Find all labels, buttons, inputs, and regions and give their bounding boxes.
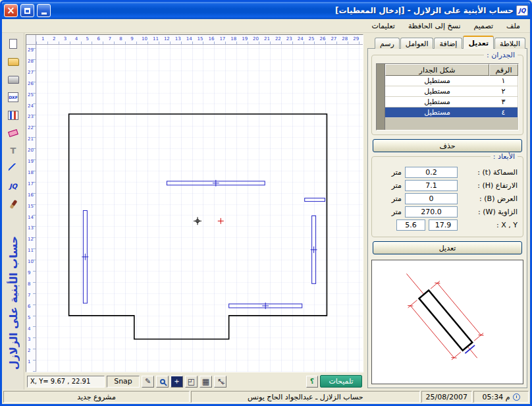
ruler-left-number: 21 xyxy=(28,136,34,142)
wall-preview-drawing xyxy=(372,260,523,384)
close-button[interactable] xyxy=(4,4,18,17)
window-title: حساب الأبنية على الزلازل - [إدخال المعطي… xyxy=(335,6,514,15)
chart-button[interactable] xyxy=(5,107,22,123)
ruler-top-number: 16 xyxy=(209,36,215,42)
ruler-left-number: 18 xyxy=(28,170,34,175)
dimension-label: العرض (B) : xyxy=(461,194,518,203)
open-folder-icon xyxy=(8,58,19,66)
panel-tab[interactable]: إضافة xyxy=(434,38,462,49)
measure-button[interactable] xyxy=(5,160,22,177)
ruler-top-number: 9 xyxy=(130,36,133,42)
walls-grid: الرقم شكل الجدار ١مستطيل٢مستطيل٣مستطيل٤م… xyxy=(376,63,519,130)
restore-button[interactable] xyxy=(20,4,34,17)
pencil-tool-button[interactable] xyxy=(142,376,154,388)
app-banner: حساب الأبنية على الزلازل xyxy=(7,218,20,388)
minimize-button[interactable] xyxy=(37,4,51,17)
panel-tab[interactable]: رسم xyxy=(375,38,400,49)
ruler-left-number: 2 xyxy=(28,348,30,353)
menu-bar: ملفتصميمنسخ إلى الحافظةتعليمات xyxy=(2,19,530,33)
open-folder-button[interactable] xyxy=(5,53,22,70)
tips-button[interactable]: تلميحات xyxy=(320,375,362,388)
dimension-input[interactable]: 0.2 xyxy=(405,167,458,178)
ruler-left-number: 11 xyxy=(28,248,34,253)
wall-row-shape: مستطيل xyxy=(385,97,489,107)
select-tool-button[interactable] xyxy=(214,376,226,388)
print-button[interactable] xyxy=(5,71,22,88)
help-button[interactable]: ؟ xyxy=(306,376,318,388)
canvas-frame: 1234567891011121314151617181920212223242… xyxy=(26,34,363,372)
new-document-button[interactable] xyxy=(5,36,22,52)
ruler-top-number: 23 xyxy=(286,36,292,42)
panel-tab[interactable]: تعديل xyxy=(463,36,494,49)
status-bar: م 05:34 25/08/2007 حساب الزلازل ـ عبدالج… xyxy=(2,390,530,404)
status-time: م 05:34 xyxy=(483,393,510,401)
wall-table-row[interactable]: ١مستطيل xyxy=(385,76,518,86)
ruler-left-number: 28 xyxy=(28,59,34,64)
measure-icon xyxy=(9,163,18,173)
export-dxf-button[interactable]: DXF xyxy=(5,89,22,105)
jq-logo-button[interactable]: JQ xyxy=(5,178,22,194)
ruler-left-number: 3 xyxy=(28,337,30,342)
grid-empty-area xyxy=(385,118,518,130)
ruler-top-number: 4 xyxy=(75,36,78,42)
wall-table-row[interactable]: ٤مستطيل xyxy=(385,107,518,118)
panel-tab[interactable]: البلاطة xyxy=(494,38,525,49)
ruler-top-number: 8 xyxy=(119,36,122,42)
modify-wall-button[interactable]: تعديل xyxy=(373,241,522,254)
ruler-corner xyxy=(26,35,36,45)
magnifier-icon xyxy=(160,379,165,384)
panel-tab[interactable]: العوامل xyxy=(400,38,434,49)
ruler-top-number: 12 xyxy=(164,36,170,42)
menu-item[interactable]: تصميم xyxy=(467,20,499,32)
grid-toggle-button[interactable] xyxy=(200,376,212,388)
snap-toggle[interactable]: Snap xyxy=(107,376,140,388)
ruler-top-number: 2 xyxy=(53,36,55,42)
pan-tool-button[interactable] xyxy=(171,376,183,388)
brush-icon xyxy=(9,199,17,208)
wall-2[interactable] xyxy=(305,198,325,202)
eraser-button[interactable] xyxy=(5,125,22,141)
ruler-left-number: 12 xyxy=(28,237,34,242)
zoom-tool-button[interactable] xyxy=(156,376,169,388)
ruler-top-number: 1 xyxy=(41,36,44,42)
center-of-mass-mark xyxy=(194,217,201,225)
dimension-field-row: السماكة (t) :0.2متر xyxy=(377,167,518,178)
status-date-panel: 25/08/2007 xyxy=(421,391,472,403)
ruler-top-number: 15 xyxy=(198,36,203,42)
ruler-left: 2928272625242322212019181716151413121110… xyxy=(26,45,36,372)
menu-item[interactable]: نسخ إلى الحافظة xyxy=(402,20,467,32)
y-coordinate-input[interactable]: 5.6 xyxy=(396,219,425,231)
wall-row-number: ٤ xyxy=(489,107,518,117)
app-window: JQ حساب الأبنية على الزلازل - [إدخال الم… xyxy=(0,0,532,406)
drawing-canvas[interactable] xyxy=(36,45,363,372)
grid-header-number[interactable]: الرقم xyxy=(489,64,518,76)
dimension-input[interactable]: 7.1 xyxy=(405,180,458,191)
text-tool-button[interactable]: T xyxy=(5,142,22,159)
dimension-input[interactable]: 0 xyxy=(405,193,458,204)
wall-table-row[interactable]: ٣مستطيل xyxy=(385,97,518,107)
grid-selector-column[interactable] xyxy=(377,64,385,130)
ruler-top-number: 11 xyxy=(153,36,159,42)
ruler-left-number: 15 xyxy=(28,204,34,209)
ruler-left-number: 17 xyxy=(28,181,34,187)
zoom-window-button[interactable] xyxy=(185,376,198,388)
ruler-left-number: 16 xyxy=(28,192,34,198)
floor-plan xyxy=(36,45,363,372)
ruler-left-number: 8 xyxy=(28,281,30,287)
x-coordinate-input[interactable]: 17.9 xyxy=(429,219,458,231)
wall-row-shape: مستطيل xyxy=(385,76,489,86)
wall-table-row[interactable]: ٢مستطيل xyxy=(385,86,518,97)
ruler-left-number: 6 xyxy=(28,304,30,309)
ruler-top-number: 5 xyxy=(86,36,89,42)
delete-wall-button[interactable]: حذف xyxy=(373,139,522,152)
wall-row-shape: مستطيل xyxy=(385,86,489,96)
grid-header-shape[interactable]: شكل الجدار xyxy=(385,64,489,76)
dimension-input[interactable]: 270.0 xyxy=(405,206,458,218)
ruler-top: 1234567891011121314151617181920212223242… xyxy=(36,35,363,45)
ruler-top-number: 18 xyxy=(230,36,236,42)
ruler-left-number: 10 xyxy=(28,259,34,264)
menu-item[interactable]: ملف xyxy=(500,20,526,32)
brush-button[interactable] xyxy=(5,196,22,212)
menu-item[interactable]: تعليمات xyxy=(365,20,400,32)
ruler-left-number: 23 xyxy=(28,114,34,119)
